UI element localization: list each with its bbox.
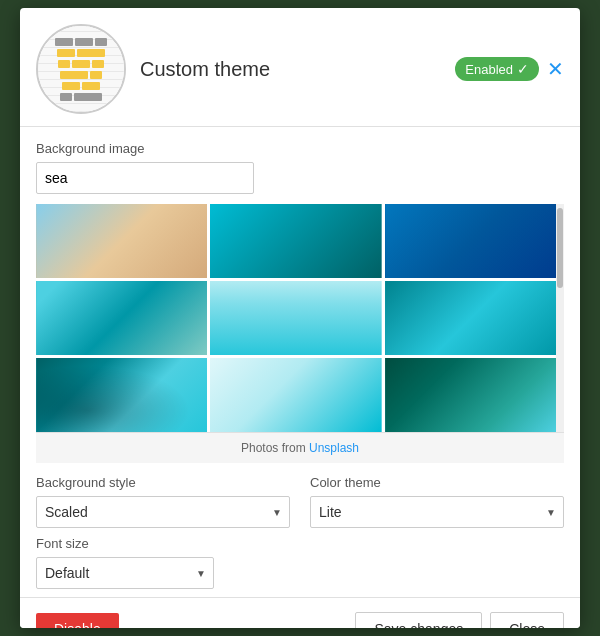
background-style-label: Background style xyxy=(36,475,290,490)
font-size-select[interactable]: Default Small Medium Large xyxy=(36,557,214,589)
background-style-select[interactable]: Scaled Tiled Centered Stretched xyxy=(36,496,290,528)
background-image-label: Background image xyxy=(36,141,564,156)
custom-theme-modal: Custom theme Enabled ✓ ✕ Background imag… xyxy=(20,8,580,628)
photos-credit: Photos from Unsplash xyxy=(36,432,564,463)
image-grid-container xyxy=(36,204,564,432)
image-item[interactable] xyxy=(36,204,207,278)
settings-row: Background style Scaled Tiled Centered S… xyxy=(20,463,580,536)
font-size-section: Font size Default Small Medium Large ▼ xyxy=(20,536,580,597)
color-theme-select[interactable]: Lite Dark xyxy=(310,496,564,528)
photos-prefix: Photos from xyxy=(241,441,309,455)
color-theme-group: Color theme Lite Dark ▼ xyxy=(310,475,564,528)
font-size-select-wrapper: Default Small Medium Large ▼ xyxy=(36,557,214,589)
image-item[interactable] xyxy=(385,204,556,278)
image-grid xyxy=(36,204,556,432)
scrollbar[interactable] xyxy=(556,204,564,432)
unsplash-link[interactable]: Unsplash xyxy=(309,441,359,455)
close-button[interactable]: ✕ xyxy=(547,59,564,79)
disable-button[interactable]: Disable xyxy=(36,613,119,628)
enabled-label: Enabled xyxy=(465,62,513,77)
image-item[interactable] xyxy=(210,358,381,432)
modal-title: Custom theme xyxy=(140,58,441,81)
modal-footer: Disable Save changes Close xyxy=(20,597,580,628)
font-size-label: Font size xyxy=(36,536,564,551)
header-right: Enabled ✓ ✕ xyxy=(455,57,564,81)
image-item[interactable] xyxy=(36,281,207,355)
modal-header: Custom theme Enabled ✓ ✕ xyxy=(20,8,580,127)
background-style-group: Background style Scaled Tiled Centered S… xyxy=(36,475,290,528)
image-item[interactable] xyxy=(385,281,556,355)
background-style-select-wrapper: Scaled Tiled Centered Stretched ▼ xyxy=(36,496,290,528)
image-item[interactable] xyxy=(36,358,207,432)
close-footer-button[interactable]: Close xyxy=(490,612,564,628)
modal-body: Background image Photos from Unsplash xyxy=(20,127,580,463)
image-item[interactable] xyxy=(210,204,381,278)
search-input[interactable] xyxy=(36,162,254,194)
image-item[interactable] xyxy=(385,358,556,432)
color-theme-select-wrapper: Lite Dark ▼ xyxy=(310,496,564,528)
save-button[interactable]: Save changes xyxy=(355,612,482,628)
enabled-badge: Enabled ✓ xyxy=(455,57,539,81)
scroll-thumb[interactable] xyxy=(557,208,563,288)
header-content: Custom theme xyxy=(140,58,441,81)
color-theme-label: Color theme xyxy=(310,475,564,490)
image-item[interactable] xyxy=(210,281,381,355)
theme-preview xyxy=(36,24,126,114)
check-icon: ✓ xyxy=(517,61,529,77)
